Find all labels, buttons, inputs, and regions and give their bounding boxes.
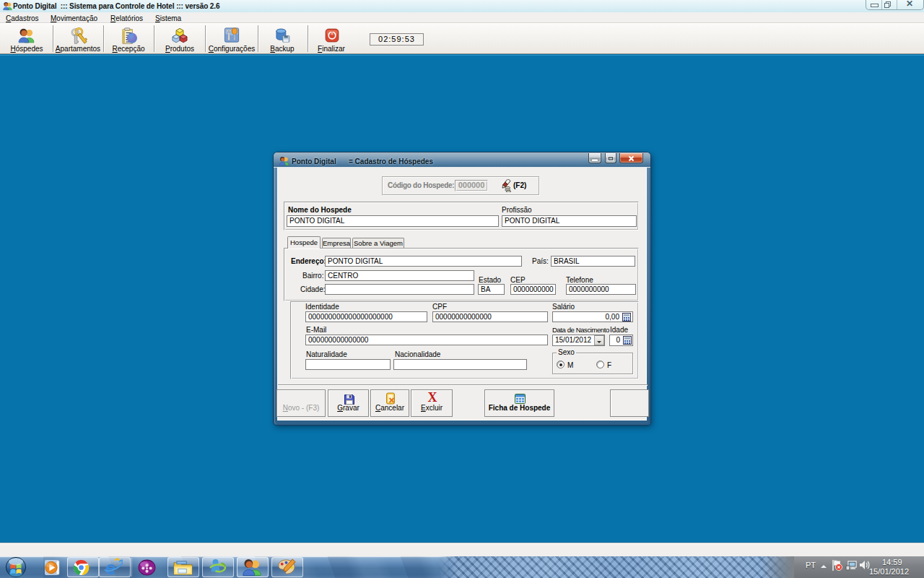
svg-text:e: e bbox=[105, 558, 116, 577]
